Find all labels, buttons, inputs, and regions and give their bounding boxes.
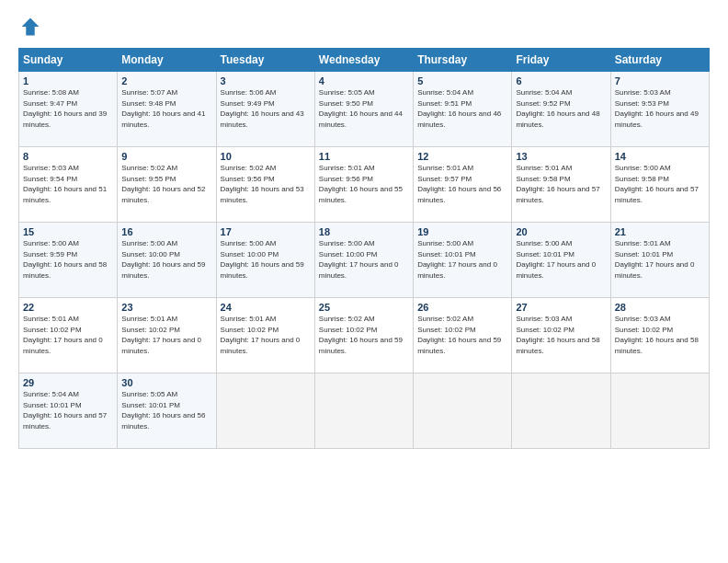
svg-marker-0 <box>22 18 40 36</box>
day-number: 1 <box>23 75 113 86</box>
header <box>18 17 710 40</box>
cell-info: Sunrise: 5:03 AMSunset: 9:54 PMDaylight:… <box>23 164 107 204</box>
cell-info: Sunrise: 5:00 AMSunset: 9:59 PMDaylight:… <box>23 239 107 280</box>
calendar-cell: 9Sunrise: 5:02 AMSunset: 9:55 PMDaylight… <box>118 147 216 223</box>
calendar-cell: 1Sunrise: 5:08 AMSunset: 9:47 PMDaylight… <box>19 72 118 147</box>
calendar-cell: 23Sunrise: 5:01 AMSunset: 10:02 PMDaylig… <box>118 298 216 373</box>
cell-info: Sunrise: 5:03 AMSunset: 10:02 PMDaylight… <box>516 315 599 355</box>
day-number: 30 <box>121 377 211 388</box>
header-row: SundayMondayTuesdayWednesdayThursdayFrid… <box>19 49 710 72</box>
calendar-cell: 30Sunrise: 5:05 AMSunset: 10:01 PMDaylig… <box>118 373 216 449</box>
day-number: 9 <box>121 151 211 162</box>
calendar-cell <box>314 373 413 449</box>
cell-info: Sunrise: 5:04 AMSunset: 9:52 PMDaylight:… <box>516 88 599 129</box>
col-header-sunday: Sunday <box>19 49 118 72</box>
calendar-cell: 29Sunrise: 5:04 AMSunset: 10:01 PMDaylig… <box>19 373 118 449</box>
calendar-cell: 10Sunrise: 5:02 AMSunset: 9:56 PMDayligh… <box>216 147 314 223</box>
cell-info: Sunrise: 5:00 AMSunset: 9:58 PMDaylight:… <box>615 164 699 204</box>
page: SundayMondayTuesdayWednesdayThursdayFrid… <box>0 0 728 563</box>
calendar-cell: 12Sunrise: 5:01 AMSunset: 9:57 PMDayligh… <box>414 147 512 223</box>
cell-info: Sunrise: 5:01 AMSunset: 10:02 PMDaylight… <box>121 315 201 355</box>
day-number: 4 <box>319 75 409 86</box>
day-number: 6 <box>516 75 606 86</box>
calendar-cell: 26Sunrise: 5:02 AMSunset: 10:02 PMDaylig… <box>414 298 512 373</box>
calendar-cell: 17Sunrise: 5:00 AMSunset: 10:00 PMDaylig… <box>216 223 314 298</box>
cell-info: Sunrise: 5:00 AMSunset: 10:00 PMDaylight… <box>221 239 304 280</box>
calendar-cell <box>512 373 610 449</box>
day-number: 7 <box>615 75 705 86</box>
calendar-cell: 22Sunrise: 5:01 AMSunset: 10:02 PMDaylig… <box>19 298 118 373</box>
cell-info: Sunrise: 5:04 AMSunset: 10:01 PMDaylight… <box>23 390 107 431</box>
cell-info: Sunrise: 5:01 AMSunset: 10:02 PMDaylight… <box>221 315 301 355</box>
cell-info: Sunrise: 5:06 AMSunset: 9:49 PMDaylight:… <box>221 88 304 129</box>
day-number: 12 <box>417 151 507 162</box>
day-number: 18 <box>319 226 409 237</box>
cell-info: Sunrise: 5:01 AMSunset: 10:01 PMDaylight… <box>615 239 695 280</box>
day-number: 3 <box>221 75 311 86</box>
col-header-tuesday: Tuesday <box>216 49 314 72</box>
day-number: 13 <box>516 151 606 162</box>
calendar-cell: 2Sunrise: 5:07 AMSunset: 9:48 PMDaylight… <box>118 72 216 147</box>
cell-info: Sunrise: 5:00 AMSunset: 10:00 PMDaylight… <box>319 239 399 280</box>
calendar-cell: 7Sunrise: 5:03 AMSunset: 9:53 PMDaylight… <box>610 72 709 147</box>
week-row-4: 22Sunrise: 5:01 AMSunset: 10:02 PMDaylig… <box>19 298 710 373</box>
day-number: 22 <box>23 302 113 313</box>
calendar-cell: 16Sunrise: 5:00 AMSunset: 10:00 PMDaylig… <box>118 223 216 298</box>
col-header-thursday: Thursday <box>414 49 512 72</box>
day-number: 2 <box>121 75 211 86</box>
calendar-cell: 13Sunrise: 5:01 AMSunset: 9:58 PMDayligh… <box>512 147 610 223</box>
cell-info: Sunrise: 5:05 AMSunset: 10:01 PMDaylight… <box>121 390 205 431</box>
day-number: 14 <box>615 151 705 162</box>
cell-info: Sunrise: 5:02 AMSunset: 10:02 PMDaylight… <box>319 315 403 355</box>
calendar-cell <box>216 373 314 449</box>
day-number: 20 <box>516 226 606 237</box>
calendar-cell: 19Sunrise: 5:00 AMSunset: 10:01 PMDaylig… <box>414 223 512 298</box>
calendar-cell: 6Sunrise: 5:04 AMSunset: 9:52 PMDaylight… <box>512 72 610 147</box>
calendar-cell: 15Sunrise: 5:00 AMSunset: 9:59 PMDayligh… <box>19 223 118 298</box>
calendar-cell: 4Sunrise: 5:05 AMSunset: 9:50 PMDaylight… <box>314 72 413 147</box>
day-number: 5 <box>417 75 507 86</box>
cell-info: Sunrise: 5:02 AMSunset: 10:02 PMDaylight… <box>417 315 501 355</box>
calendar-cell: 3Sunrise: 5:06 AMSunset: 9:49 PMDaylight… <box>216 72 314 147</box>
cell-info: Sunrise: 5:01 AMSunset: 9:58 PMDaylight:… <box>516 164 599 204</box>
day-number: 21 <box>615 226 705 237</box>
calendar-cell: 14Sunrise: 5:00 AMSunset: 9:58 PMDayligh… <box>610 147 709 223</box>
calendar-cell: 28Sunrise: 5:03 AMSunset: 10:02 PMDaylig… <box>610 298 709 373</box>
day-number: 24 <box>221 302 311 313</box>
calendar-cell <box>610 373 709 449</box>
cell-info: Sunrise: 5:04 AMSunset: 9:51 PMDaylight:… <box>417 88 501 129</box>
day-number: 27 <box>516 302 606 313</box>
calendar-cell: 8Sunrise: 5:03 AMSunset: 9:54 PMDaylight… <box>19 147 118 223</box>
calendar-cell: 27Sunrise: 5:03 AMSunset: 10:02 PMDaylig… <box>512 298 610 373</box>
cell-info: Sunrise: 5:01 AMSunset: 9:56 PMDaylight:… <box>319 164 403 204</box>
day-number: 28 <box>615 302 705 313</box>
cell-info: Sunrise: 5:01 AMSunset: 10:02 PMDaylight… <box>23 315 103 355</box>
cell-info: Sunrise: 5:00 AMSunset: 10:00 PMDaylight… <box>121 239 205 280</box>
day-number: 25 <box>319 302 409 313</box>
col-header-friday: Friday <box>512 49 610 72</box>
day-number: 19 <box>417 226 507 237</box>
cell-info: Sunrise: 5:00 AMSunset: 10:01 PMDaylight… <box>417 239 497 280</box>
week-row-3: 15Sunrise: 5:00 AMSunset: 9:59 PMDayligh… <box>19 223 710 298</box>
day-number: 29 <box>23 377 113 388</box>
calendar-cell <box>414 373 512 449</box>
cell-info: Sunrise: 5:03 AMSunset: 9:53 PMDaylight:… <box>615 88 699 129</box>
cell-info: Sunrise: 5:01 AMSunset: 9:57 PMDaylight:… <box>417 164 501 204</box>
calendar-table: SundayMondayTuesdayWednesdayThursdayFrid… <box>18 48 710 449</box>
day-number: 16 <box>121 226 211 237</box>
week-row-2: 8Sunrise: 5:03 AMSunset: 9:54 PMDaylight… <box>19 147 710 223</box>
cell-info: Sunrise: 5:00 AMSunset: 10:01 PMDaylight… <box>516 239 596 280</box>
day-number: 17 <box>221 226 311 237</box>
cell-info: Sunrise: 5:02 AMSunset: 9:56 PMDaylight:… <box>221 164 304 204</box>
day-number: 10 <box>221 151 311 162</box>
cell-info: Sunrise: 5:08 AMSunset: 9:47 PMDaylight:… <box>23 88 107 129</box>
day-number: 15 <box>23 226 113 237</box>
calendar-cell: 21Sunrise: 5:01 AMSunset: 10:01 PMDaylig… <box>610 223 709 298</box>
day-number: 11 <box>319 151 409 162</box>
cell-info: Sunrise: 5:05 AMSunset: 9:50 PMDaylight:… <box>319 88 403 129</box>
calendar-cell: 25Sunrise: 5:02 AMSunset: 10:02 PMDaylig… <box>314 298 413 373</box>
day-number: 23 <box>121 302 211 313</box>
calendar-cell: 24Sunrise: 5:01 AMSunset: 10:02 PMDaylig… <box>216 298 314 373</box>
cell-info: Sunrise: 5:07 AMSunset: 9:48 PMDaylight:… <box>121 88 205 129</box>
day-number: 26 <box>417 302 507 313</box>
